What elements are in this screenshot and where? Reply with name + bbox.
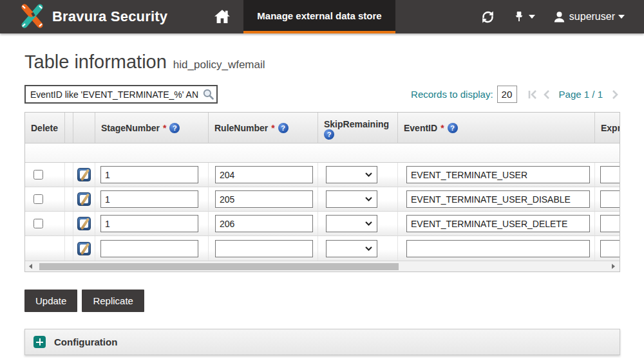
required-marker: *	[163, 123, 166, 133]
rulenumber-help-icon[interactable]: ?	[278, 123, 289, 133]
brand-name: Bravura Security	[52, 8, 167, 25]
data-table: Delete StageNumber * ? RuleNumber * ? Sk…	[24, 112, 620, 272]
configuration-label: Configuration	[54, 336, 117, 347]
stage-number-input[interactable]	[100, 240, 198, 257]
scroll-right-arrow-icon[interactable]	[608, 261, 618, 272]
tab-manage-external-data-store[interactable]: Manage external data store	[243, 0, 395, 33]
event-id-input[interactable]	[406, 190, 590, 208]
table-new-record-row	[25, 236, 620, 261]
edit-record-icon[interactable]	[77, 192, 91, 206]
column-header-delete: Delete	[25, 113, 65, 143]
refresh-icon	[480, 10, 495, 24]
skipremaining-help-icon[interactable]: ?	[324, 129, 334, 140]
scroll-left-arrow-icon[interactable]	[25, 261, 35, 272]
stagenumber-column-label: StageNumber	[101, 123, 160, 133]
pagination-controls: Records to display: Page 1 / 1	[411, 86, 620, 103]
expression-input[interactable]	[600, 166, 620, 183]
column-header-spacer	[65, 113, 73, 143]
bravura-logo-icon	[18, 4, 46, 30]
required-marker: *	[271, 123, 274, 133]
page-subtitle-table-name: hid_policy_wfemail	[173, 59, 265, 71]
stage-number-input[interactable]	[100, 215, 198, 232]
expression-input[interactable]	[600, 215, 620, 232]
top-navigation-bar: Bravura Security Manage external data st…	[0, 0, 644, 33]
stage-number-input[interactable]	[100, 190, 198, 208]
user-caret-icon	[618, 15, 625, 19]
rule-number-input[interactable]	[215, 190, 313, 208]
event-id-input[interactable]	[406, 240, 590, 257]
rule-number-input[interactable]	[215, 215, 313, 232]
configuration-accordion[interactable]: Configuration	[24, 329, 620, 355]
home-icon	[213, 8, 232, 26]
user-name: superuser	[569, 11, 615, 23]
event-id-input[interactable]	[406, 215, 590, 232]
event-id-input[interactable]	[406, 166, 590, 183]
skip-remaining-select[interactable]	[326, 215, 377, 232]
delete-checkbox[interactable]	[33, 194, 43, 204]
rule-number-input[interactable]	[215, 166, 313, 183]
delete-column-label: Delete	[31, 123, 58, 133]
records-to-display-input[interactable]	[497, 86, 517, 103]
replicate-button[interactable]: Replicate	[82, 290, 144, 312]
column-header-stagenumber: StageNumber * ?	[95, 113, 209, 143]
refresh-button[interactable]	[480, 10, 495, 24]
search-box	[24, 85, 218, 104]
table-header-row: Delete StageNumber * ? RuleNumber * ? Sk…	[25, 113, 620, 143]
delete-checkbox[interactable]	[33, 170, 43, 180]
user-icon	[553, 10, 566, 24]
skipremaining-column-label: SkipRemaining	[324, 119, 397, 129]
expression-column-label: Expr	[601, 123, 620, 133]
edit-record-icon[interactable]	[77, 242, 91, 255]
main-content: Table information hid_policy_wfemail Rec…	[0, 51, 644, 355]
search-icon[interactable]	[202, 88, 214, 103]
rule-number-input[interactable]	[215, 240, 313, 257]
column-header-skipremaining: SkipRemaining ?	[318, 113, 398, 143]
skip-remaining-select[interactable]	[326, 240, 377, 257]
table-row	[25, 212, 620, 236]
home-tab[interactable]	[201, 0, 243, 33]
delete-checkbox[interactable]	[33, 219, 43, 228]
edit-record-icon[interactable]	[77, 217, 91, 230]
scrollbar-thumb[interactable]	[39, 263, 399, 270]
stagenumber-help-icon[interactable]: ?	[169, 123, 180, 133]
horizontal-scrollbar[interactable]	[25, 261, 620, 272]
previous-page-icon[interactable]	[542, 89, 550, 100]
page-status: Page 1 / 1	[559, 89, 603, 100]
pin-menu-button[interactable]	[513, 10, 535, 24]
eventid-column-label: EventID	[404, 123, 437, 133]
update-button[interactable]: Update	[24, 290, 77, 312]
expand-plus-icon[interactable]	[33, 336, 46, 348]
pin-caret-icon	[529, 15, 535, 19]
records-to-display-label: Records to display:	[411, 89, 493, 100]
required-marker: *	[440, 123, 444, 133]
user-menu-button[interactable]: superuser	[553, 10, 625, 24]
expression-input[interactable]	[600, 190, 620, 208]
search-input[interactable]	[24, 85, 218, 104]
table-row	[25, 163, 620, 187]
table-empty-row	[25, 143, 620, 163]
expression-input[interactable]	[600, 240, 620, 257]
edit-record-icon[interactable]	[77, 168, 91, 181]
table-row	[25, 187, 620, 212]
title-row: Table information hid_policy_wfemail	[24, 51, 620, 73]
action-buttons: Update Replicate	[24, 290, 620, 312]
brand: Bravura Security	[18, 0, 167, 33]
rulenumber-column-label: RuleNumber	[214, 123, 268, 133]
page-title: Table information	[24, 51, 167, 73]
column-header-edit	[73, 113, 95, 143]
next-page-icon[interactable]	[612, 89, 620, 100]
column-header-eventid: EventID * ?	[398, 113, 595, 143]
pin-icon	[513, 10, 526, 24]
table-controls-row: Records to display: Page 1 / 1	[24, 85, 620, 104]
first-page-icon[interactable]	[527, 89, 538, 100]
active-tab-label: Manage external data store	[257, 10, 381, 21]
column-header-expression: Expr	[595, 113, 620, 143]
stage-number-input[interactable]	[100, 166, 198, 183]
skip-remaining-select[interactable]	[326, 166, 377, 183]
column-header-rulenumber: RuleNumber * ?	[209, 113, 318, 143]
eventid-help-icon[interactable]: ?	[448, 123, 458, 133]
topbar-actions: superuser	[480, 0, 625, 33]
skip-remaining-select[interactable]	[326, 190, 377, 208]
